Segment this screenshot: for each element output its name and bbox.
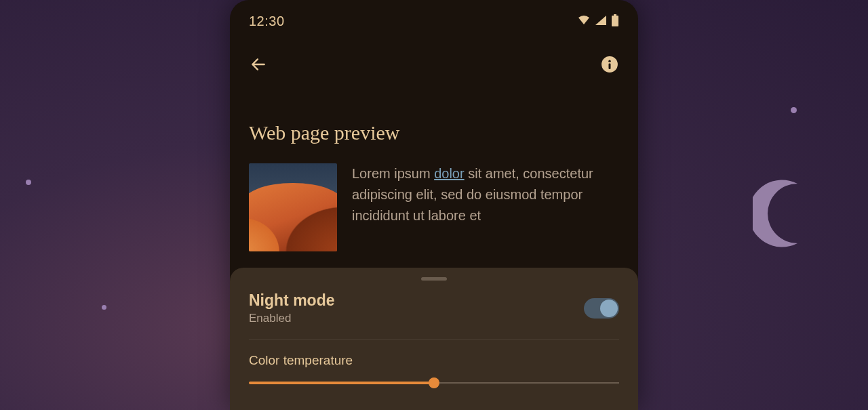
star-decoration (791, 107, 797, 113)
color-temperature-label: Color temperature (249, 353, 619, 368)
star-decoration (26, 180, 31, 185)
svg-rect-1 (612, 16, 618, 26)
info-button[interactable] (600, 55, 619, 74)
preview-thumbnail (249, 163, 337, 251)
svg-rect-4 (608, 63, 610, 69)
page-title: Web page preview (249, 121, 619, 144)
night-mode-toggle[interactable] (584, 298, 619, 319)
star-decoration (102, 305, 106, 310)
color-temperature-slider[interactable] (249, 377, 619, 388)
back-button[interactable] (249, 55, 268, 74)
preview-body: Lorem ipsum dolor sit amet, consectetur … (352, 163, 619, 226)
svg-rect-0 (614, 14, 616, 16)
wifi-icon (577, 15, 591, 28)
status-bar: 12:30 (230, 0, 638, 36)
status-icons (577, 14, 619, 29)
night-mode-status: Enabled (249, 312, 335, 325)
battery-icon (611, 14, 619, 29)
sheet-header: Night mode Enabled (249, 291, 619, 340)
app-bar (230, 36, 638, 87)
drag-handle[interactable] (421, 277, 447, 281)
svg-point-3 (608, 60, 610, 62)
status-time: 12:30 (249, 14, 285, 29)
slider-thumb (429, 377, 439, 388)
preview-link[interactable]: dolor (434, 166, 464, 181)
moon-decoration (753, 176, 827, 251)
color-temperature-section: Color temperature (249, 340, 619, 388)
phone-frame: 12:30 Web pag (230, 0, 638, 410)
cellular-signal-icon (595, 15, 607, 28)
info-icon (601, 56, 618, 73)
preview-content: Web page preview Lorem ipsum dolor sit a… (230, 87, 638, 251)
back-arrow-icon (250, 56, 267, 73)
slider-fill (249, 382, 434, 384)
bottom-sheet: Night mode Enabled Color temperature (230, 268, 638, 410)
preview-text-pre: Lorem ipsum (352, 166, 434, 181)
night-mode-title: Night mode (249, 291, 335, 310)
toggle-thumb (600, 300, 618, 317)
